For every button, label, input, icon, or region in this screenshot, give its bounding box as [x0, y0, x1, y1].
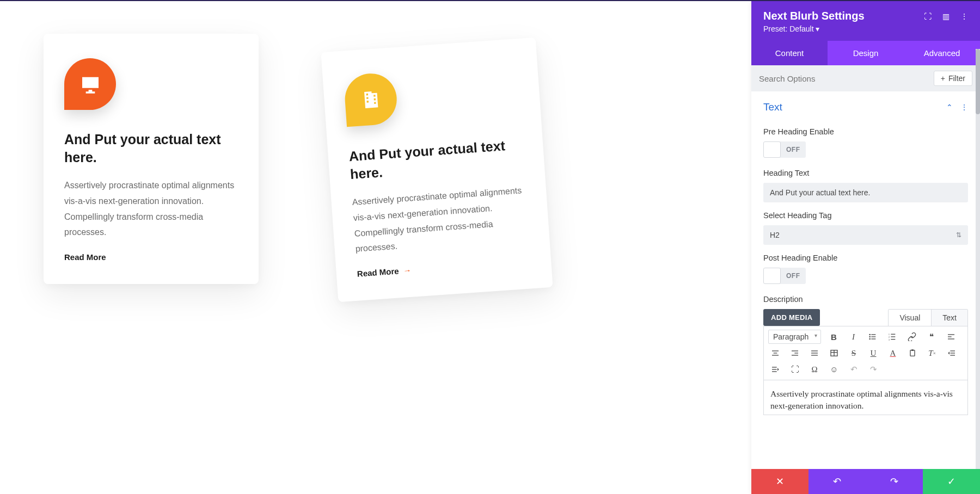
heading-tag-select[interactable]: H2: [763, 225, 968, 245]
svg-rect-11: [891, 339, 896, 339]
arrow-right-icon: →: [403, 265, 412, 275]
clear-format-icon[interactable]: T×: [925, 346, 939, 360]
paste-icon[interactable]: [905, 346, 920, 360]
editor-toolbar: Paragraph B I 123 ❝ S U A T× ⛶: [763, 326, 968, 380]
panel-tabs: Content Design Advanced: [751, 41, 980, 65]
toggle-state: OFF: [781, 272, 806, 280]
italic-icon[interactable]: I: [846, 330, 860, 344]
scrollbar[interactable]: [976, 49, 980, 469]
editor-tab-text[interactable]: Text: [932, 310, 967, 326]
section-text-header[interactable]: Text ⌃ ⋮: [763, 91, 968, 119]
align-justify-icon[interactable]: [807, 346, 822, 360]
redo-history-button[interactable]: ↷: [866, 469, 923, 494]
tab-design[interactable]: Design: [828, 41, 904, 65]
emoji-icon[interactable]: ☺: [827, 362, 841, 376]
table-icon[interactable]: [827, 346, 841, 360]
special-char-icon[interactable]: Ω: [807, 362, 822, 376]
svg-point-4: [869, 338, 871, 340]
post-heading-label: Post Heading Enable: [763, 254, 968, 262]
chevron-up-icon[interactable]: ⌃: [946, 103, 953, 112]
svg-rect-17: [772, 355, 779, 355]
read-more-link[interactable]: Read More →: [357, 265, 412, 279]
svg-rect-33: [772, 369, 777, 369]
monitor-icon: [64, 58, 116, 110]
blurb-card-1: And Put your actual text here. Assertive…: [44, 34, 259, 284]
align-left-icon[interactable]: [944, 330, 958, 344]
panel-footer: ✕ ↶ ↷ ✓: [751, 469, 980, 494]
pre-heading-label: Pre Heading Enable: [763, 127, 968, 136]
read-more-label: Read More: [64, 252, 106, 262]
read-more-link[interactable]: Read More: [64, 252, 106, 262]
filter-button[interactable]: + Filter: [934, 71, 972, 86]
card-body: Assertively procrastinate optimal alignm…: [64, 178, 238, 240]
strike-icon[interactable]: S: [847, 346, 861, 360]
paragraph-select[interactable]: Paragraph: [768, 330, 821, 344]
bullet-list-icon[interactable]: [866, 330, 880, 344]
svg-rect-16: [774, 353, 777, 353]
select-heading-tag-label: Select Heading Tag: [763, 211, 968, 220]
svg-text:3: 3: [889, 338, 890, 341]
undo-icon[interactable]: ↶: [847, 362, 861, 376]
preset-dropdown[interactable]: Preset: Default ▾: [763, 24, 968, 33]
undo-history-button[interactable]: ↶: [808, 469, 866, 494]
editor-content[interactable]: Assertively procrastinate optimal alignm…: [763, 380, 968, 415]
add-media-button[interactable]: ADD MEDIA: [763, 309, 820, 326]
heading-text-label: Heading Text: [763, 169, 968, 177]
post-heading-toggle[interactable]: OFF: [763, 268, 806, 284]
svg-rect-21: [811, 350, 818, 351]
more-icon[interactable]: ⋮: [960, 12, 968, 21]
card-heading: And Put your actual text here.: [64, 131, 238, 166]
read-more-label: Read More: [357, 267, 399, 279]
svg-rect-15: [772, 350, 779, 351]
pre-heading-toggle[interactable]: OFF: [763, 141, 806, 158]
toggle-state: OFF: [781, 146, 806, 153]
link-icon[interactable]: [905, 330, 919, 344]
preview-area: And Put your actual text here. Assertive…: [0, 1, 751, 494]
building-icon: [343, 72, 398, 127]
svg-rect-18: [792, 350, 798, 351]
toggle-knob: [763, 268, 781, 284]
bold-icon[interactable]: B: [826, 330, 841, 344]
quote-icon[interactable]: ❝: [924, 330, 939, 344]
snap-icon[interactable]: ▥: [942, 12, 950, 21]
svg-rect-1: [872, 334, 876, 335]
svg-rect-23: [811, 355, 818, 355]
editor-tab-visual[interactable]: Visual: [889, 310, 932, 326]
section-more-icon[interactable]: ⋮: [960, 103, 968, 112]
svg-rect-3: [872, 336, 876, 337]
tab-content[interactable]: Content: [751, 41, 828, 65]
svg-rect-34: [772, 371, 777, 372]
outdent-icon[interactable]: [945, 346, 959, 360]
description-label: Description: [763, 295, 968, 304]
indent-icon[interactable]: [768, 362, 782, 376]
redo-icon[interactable]: ↷: [866, 362, 880, 376]
svg-point-2: [869, 336, 871, 338]
svg-rect-30: [950, 353, 955, 353]
filter-label: Filter: [948, 74, 965, 83]
blurb-card-2: And Put your actual text here. Assertive…: [321, 38, 553, 302]
tab-advanced[interactable]: Advanced: [904, 41, 980, 65]
svg-rect-12: [948, 334, 954, 335]
editor-mode-tabs: Visual Text: [888, 309, 968, 326]
search-input[interactable]: [759, 74, 934, 83]
svg-rect-20: [792, 355, 798, 355]
panel-header: Next Blurb Settings ⛶ ▥ ⋮ Preset: Defaul…: [751, 1, 980, 41]
align-center-icon[interactable]: [768, 346, 782, 360]
fullscreen-icon[interactable]: ⛶: [788, 362, 802, 376]
svg-rect-29: [950, 350, 955, 351]
svg-rect-31: [950, 355, 955, 355]
card-body: Assertively procrastinate optimal alignm…: [352, 183, 529, 257]
scrollbar-thumb[interactable]: [976, 49, 980, 114]
svg-rect-14: [948, 338, 954, 339]
number-list-icon[interactable]: 123: [885, 330, 899, 344]
discard-button[interactable]: ✕: [751, 469, 808, 494]
heading-text-input[interactable]: [763, 183, 968, 202]
save-button[interactable]: ✓: [923, 469, 980, 494]
align-right-icon[interactable]: [788, 346, 802, 360]
text-color-icon[interactable]: A: [886, 346, 900, 360]
expand-icon[interactable]: ⛶: [924, 12, 932, 21]
svg-rect-27: [910, 350, 915, 356]
svg-rect-19: [794, 353, 798, 353]
card-heading: And Put your actual text here.: [348, 135, 524, 183]
underline-icon[interactable]: U: [866, 346, 880, 360]
